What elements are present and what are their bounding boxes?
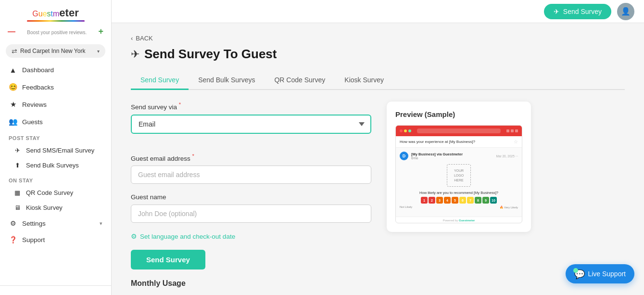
rating-num-6: 6: [459, 197, 466, 204]
tab-send-survey[interactable]: Send Survey: [131, 71, 189, 90]
back-label: BACK: [136, 35, 152, 42]
preview-browser-chrome: [396, 126, 522, 136]
sidebar-item-reviews[interactable]: ★ Reviews: [0, 96, 111, 113]
scrollbar[interactable]: [0, 285, 111, 295]
send-survey-icon: ✈: [13, 147, 21, 154]
sidebar-item-label: Send SMS/Email Survey: [26, 147, 94, 154]
sidebar-item-feedbacks[interactable]: 😊 Feedbacks: [0, 78, 111, 96]
send-icon: ✈: [554, 8, 559, 15]
sidebar-item-support[interactable]: ❓ Support: [0, 231, 111, 248]
guests-icon: 👥: [9, 117, 17, 126]
dot-red: [400, 129, 403, 132]
set-language-label: Set language and check-out date: [140, 233, 235, 240]
via-select[interactable]: Email SMS WhatsApp: [131, 115, 371, 134]
post-stay-section: Post Stay: [0, 130, 111, 143]
sidebar-item-label: Kiosk Survey: [26, 204, 63, 211]
settings-icon: ⚙: [9, 219, 17, 227]
main-area: ✈ Send Survey 👤 ‹ BACK ✈ Send Survey To …: [112, 0, 644, 295]
sidebar-item-label: Guests: [22, 118, 43, 126]
preview-logo-placeholder: YOUR LOGO HERE: [447, 164, 471, 187]
sidebar-item-send-bulk[interactable]: ⬆ Send Bulk Surveys: [0, 158, 111, 173]
location-icon: ⇄: [12, 47, 17, 55]
sidebar-item-label: Send Bulk Surveys: [26, 162, 79, 169]
gear-icon: ⚙: [131, 232, 137, 240]
rating-num-8: 8: [475, 197, 481, 204]
dot-yellow: [404, 129, 407, 132]
send-survey-form: Send survey via * Email SMS WhatsApp Gue…: [131, 102, 371, 269]
logo-bar: [27, 20, 85, 22]
preview-date: Mar 20, 2025 ···: [496, 154, 518, 158]
preview-sender-email: 6/mo: [411, 156, 493, 160]
browser-dots: [400, 129, 411, 132]
tab-qr-code-survey[interactable]: QR Code Survey: [265, 71, 335, 90]
logo-controls: — Boost your positive reviews. +: [0, 25, 111, 40]
tagline: Boost your positive reviews.: [27, 30, 87, 35]
sidebar-item-qr-code[interactable]: ▦ QR Code Survey: [0, 185, 111, 200]
rating-num-4: 4: [444, 197, 451, 204]
rating-label-left: Not Likely: [400, 205, 412, 209]
location-name: Red Carpet Inn New York: [20, 48, 85, 54]
rating-num-1: 1: [421, 197, 428, 204]
page-title-icon: ✈: [131, 48, 139, 61]
preview-email-body: D [My Business] via Guestmeter 6/mo Mar …: [396, 148, 522, 217]
kiosk-icon: 🖥: [13, 204, 21, 211]
rating-num-10: 10: [490, 197, 497, 204]
rating-num-5: 5: [452, 197, 458, 204]
topbar: ✈ Send Survey 👤: [112, 0, 644, 23]
preview-logo-box: YOUR LOGO HERE: [400, 164, 518, 187]
sidebar: Guestmeter — Boost your positive reviews…: [0, 0, 112, 295]
topbar-send-survey-button[interactable]: ✈ Send Survey: [544, 4, 611, 19]
rating-num-3: 3: [436, 197, 443, 204]
content-area: ‹ BACK ✈ Send Survey To Guest Send Surve…: [112, 23, 644, 295]
browser-search-bar: [417, 128, 501, 133]
tab-kiosk-survey[interactable]: Kiosk Survey: [335, 71, 393, 90]
form-preview-row: Send survey via * Email SMS WhatsApp Gue…: [131, 102, 625, 269]
sidebar-item-kiosk[interactable]: 🖥 Kiosk Survey: [0, 200, 111, 215]
tab-send-bulk-surveys[interactable]: Send Bulk Surveys: [189, 71, 265, 90]
rating-num-9: 9: [482, 197, 489, 204]
plus-icon[interactable]: +: [98, 26, 103, 37]
chevron-down-icon: ▾: [97, 49, 100, 54]
sidebar-item-label: Dashboard: [22, 66, 54, 74]
qr-code-icon: ▦: [13, 189, 21, 196]
browser-icons: [506, 129, 518, 132]
rating-num-2: 2: [429, 197, 435, 204]
browser-icon: [511, 129, 514, 132]
sidebar-item-label: Support: [22, 236, 45, 244]
sidebar-item-dashboard[interactable]: ▲ Dashboard: [0, 62, 111, 78]
dashboard-icon: ▲: [9, 66, 17, 74]
preview-title: Preview (Sample): [395, 110, 522, 118]
star-icon: ★: [9, 100, 17, 109]
page-title: Send Survey To Guest: [144, 47, 277, 62]
preview-subject: How was your experience at [My Business]…: [396, 136, 522, 148]
set-language-button[interactable]: ⚙ Set language and check-out date: [131, 232, 371, 240]
sidebar-item-guests[interactable]: 👥 Guests: [0, 113, 111, 130]
page-title-row: ✈ Send Survey To Guest: [131, 47, 625, 62]
browser-icon: [515, 129, 518, 132]
send-survey-submit-label: Send Survey: [146, 256, 190, 264]
email-field[interactable]: [131, 166, 371, 184]
live-support-button[interactable]: 💬 Live Support: [566, 264, 634, 283]
preview-sender-name: [My Business] via Guestmeter: [411, 152, 493, 156]
chevron-icon: ▾: [100, 220, 102, 227]
sidebar-item-send-sms-email[interactable]: ✈ Send SMS/Email Survey: [0, 143, 111, 158]
user-avatar[interactable]: 👤: [617, 3, 634, 20]
name-label: Guest name: [131, 193, 371, 201]
preview-question: How likely are you to recommend [My Busi…: [400, 191, 518, 195]
back-button[interactable]: ‹ BACK: [131, 35, 625, 42]
send-survey-submit-button[interactable]: Send Survey: [131, 250, 205, 269]
star-icon: ☆: [514, 139, 518, 144]
via-group: Send survey via * Email SMS WhatsApp: [131, 102, 371, 143]
logo-text: Guestmeter: [32, 7, 78, 19]
sidebar-item-label: Feedbacks: [22, 84, 54, 91]
topbar-send-survey-label: Send Survey: [563, 8, 602, 15]
minus-icon[interactable]: —: [8, 27, 15, 36]
email-label: Guest email address *: [131, 153, 371, 162]
bulk-survey-icon: ⬆: [13, 162, 21, 169]
main-nav: ▲ Dashboard 😊 Feedbacks ★ Reviews 👥 Gues…: [0, 62, 111, 285]
name-field[interactable]: [131, 205, 371, 223]
location-selector[interactable]: ⇄ Red Carpet Inn New York ▾: [6, 44, 105, 58]
sidebar-item-settings[interactable]: ⚙ Settings ▾: [0, 215, 111, 231]
preview-panel: Preview (Sample): [387, 102, 531, 232]
monthly-usage-title: Monthly Usage: [131, 279, 625, 288]
